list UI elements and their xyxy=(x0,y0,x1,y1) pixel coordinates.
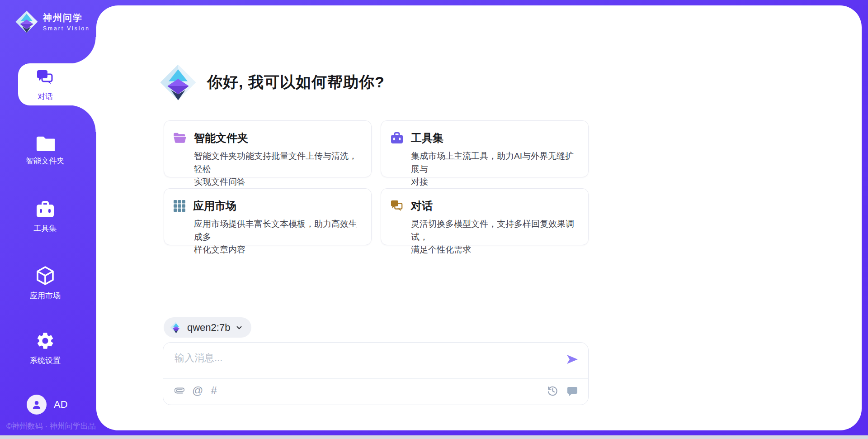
sidebar-item-settings[interactable]: 系统设置 xyxy=(0,331,90,366)
chat-bubble-icon xyxy=(566,386,578,396)
active-tab-curve-top xyxy=(69,37,97,64)
attach-button[interactable] xyxy=(175,385,184,396)
card-app-market[interactable]: 应用市场 应用市场提供丰富长文本模板，助力高效生成多 样化文章内容 xyxy=(164,188,372,245)
mention-button[interactable]: @ xyxy=(192,385,203,396)
person-icon xyxy=(31,399,42,410)
card-title: 对话 xyxy=(411,199,433,213)
avatar xyxy=(27,395,47,415)
greeting: 你好, 我可以如何帮助你? xyxy=(159,63,385,101)
card-smart-folder[interactable]: 智能文件夹 智能文件夹功能支持批量文件上传与清洗，轻松 实现文件问答 xyxy=(164,120,372,177)
sidebar-footer: ©神州数码 · 神州问学出品 xyxy=(6,421,97,431)
folder-icon xyxy=(36,134,55,151)
card-toolset[interactable]: 工具集 集成市场上主流工具，助力AI与外界无缝扩展与 对接 xyxy=(381,120,589,177)
history-button[interactable] xyxy=(547,385,558,396)
grid-icon xyxy=(173,200,186,212)
greeting-title: 你好, 我可以如何帮助你? xyxy=(207,72,385,93)
card-title: 应用市场 xyxy=(193,199,236,213)
cube-icon xyxy=(35,265,55,286)
composer-tools: @ # xyxy=(175,385,217,396)
sidebar-item-chat[interactable]: 对话 xyxy=(0,69,90,102)
send-icon xyxy=(566,353,579,366)
sidebar-item-label: 应用市场 xyxy=(0,291,90,301)
composer-divider xyxy=(163,378,588,379)
model-selector[interactable]: qwen2:7b xyxy=(164,317,251,338)
chat-icon xyxy=(390,200,404,212)
model-diamond-icon xyxy=(170,321,182,334)
user-profile[interactable]: AD xyxy=(27,395,68,415)
toolbox-icon xyxy=(35,200,55,219)
gear-icon xyxy=(35,331,55,351)
paperclip-icon xyxy=(175,385,184,396)
message-composer: @ # xyxy=(163,342,589,405)
card-description: 集成市场上主流工具，助力AI与外界无缝扩展与 对接 xyxy=(411,150,579,189)
folder-open-icon xyxy=(173,132,187,144)
hashtag-button[interactable]: # xyxy=(211,385,217,396)
card-title: 智能文件夹 xyxy=(194,131,248,145)
user-initials: AD xyxy=(54,399,68,410)
toolbox-icon xyxy=(390,132,404,144)
model-name: qwen2:7b xyxy=(187,322,230,334)
sidebar-item-label: 系统设置 xyxy=(0,355,90,366)
feature-cards: 智能文件夹 智能文件夹功能支持批量文件上传与清洗，轻松 实现文件问答 工具集 集… xyxy=(164,120,589,245)
window-bottom-edge xyxy=(0,435,868,439)
composer-right-tools xyxy=(547,385,578,396)
chevron-down-icon xyxy=(235,324,243,332)
card-title: 工具集 xyxy=(411,131,443,145)
send-button[interactable] xyxy=(566,353,579,366)
card-description: 灵活切换多模型文件，支持多样回复效果调试， 满足个性化需求 xyxy=(411,218,579,257)
sidebar-item-app-market[interactable]: 应用市场 xyxy=(0,265,90,301)
message-input[interactable] xyxy=(175,350,545,366)
active-tab-curve-bottom xyxy=(69,105,97,132)
sidebar-item-label: 智能文件夹 xyxy=(0,156,90,166)
greeting-diamond-icon xyxy=(159,63,197,101)
app-root: { "brand": { "name": "神州问学", "subtitle":… xyxy=(0,0,868,439)
sidebar-item-label: 工具集 xyxy=(0,223,90,234)
sidebar-item-smart-folder[interactable]: 智能文件夹 xyxy=(0,134,90,166)
brand-diamond-icon xyxy=(15,10,38,33)
brand-subtitle: Smart Vision xyxy=(43,25,90,32)
feedback-button[interactable] xyxy=(566,386,578,396)
chat-icon xyxy=(36,69,55,87)
sidebar-item-toolset[interactable]: 工具集 xyxy=(0,200,90,234)
history-icon xyxy=(547,385,558,396)
brand-logo: 神州问学 Smart Vision xyxy=(15,10,90,33)
card-description: 智能文件夹功能支持批量文件上传与清洗，轻松 实现文件问答 xyxy=(194,150,362,189)
sidebar-item-label: 对话 xyxy=(0,91,90,102)
card-chat[interactable]: 对话 灵活切换多模型文件，支持多样回复效果调试， 满足个性化需求 xyxy=(381,188,589,245)
card-description: 应用市场提供丰富长文本模板，助力高效生成多 样化文章内容 xyxy=(194,218,362,257)
brand-name: 神州问学 xyxy=(43,12,90,24)
